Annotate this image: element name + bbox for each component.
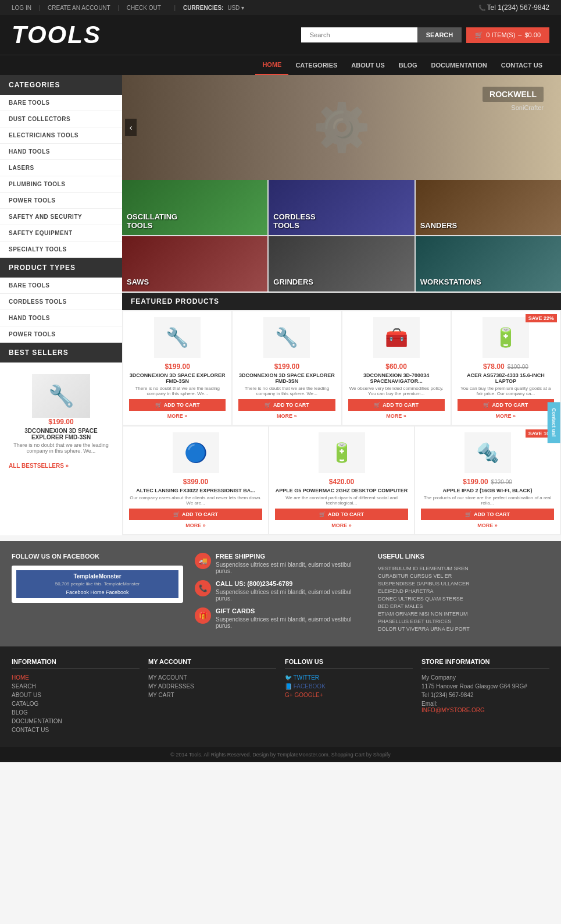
footer-follow-col: FOLLOW US 🐦 TWITTER 📘 FACEBOOK G+ GOOGLE…: [285, 658, 413, 735]
useful-link-9[interactable]: DOLOR UT VIVERRA URNA EU PORT: [378, 626, 549, 632]
call-desc: Suspendisse ultrices est mi blandit, eui…: [216, 589, 366, 602]
product-4-add-to-cart[interactable]: 🛒 ADD TO CART: [458, 399, 554, 411]
product-3-more[interactable]: MORE »: [386, 413, 406, 419]
product-card-3: 🧰 $60.00 3DCONNEXION 3D-700034 SPACENAVI…: [342, 311, 451, 425]
sidebar-item-safety-security[interactable]: SAFETY AND SECURITY: [0, 209, 122, 225]
useful-link-4[interactable]: ELEIFEND PHARETRA: [378, 588, 549, 594]
footer-info-blog[interactable]: BLOG: [12, 709, 140, 716]
cart-button[interactable]: 🛒 0 ITEM(S) – $0.00: [466, 27, 549, 43]
fb-btn[interactable]: Facebook Home Facebook: [19, 589, 176, 595]
nav-about[interactable]: ABOUT US: [344, 56, 391, 74]
footer-facebook-link[interactable]: 📘 FACEBOOK: [285, 683, 413, 690]
product-2-more[interactable]: MORE »: [277, 413, 297, 419]
product-6-desc: We are the constant participants of diff…: [275, 495, 408, 506]
footer-account-col: MY ACCOUNT MY ACCOUNT MY ADDRESSES MY CA…: [148, 658, 276, 735]
hero-prev-arrow[interactable]: ‹: [125, 119, 137, 136]
product-3-name: 3DCONNEXION 3D-700034 SPACENAVIGATOR...: [348, 372, 445, 384]
sidebar-pt-power[interactable]: POWER TOOLS: [0, 326, 122, 343]
footer-my-addresses[interactable]: MY ADDRESSES: [148, 683, 276, 690]
sidebar-item-safety-equipment[interactable]: SAFETY EQUIPMENT: [0, 225, 122, 241]
product-2-image: 🔧: [263, 317, 310, 358]
sidebar-item-bare-tools[interactable]: BARE TOOLS: [0, 95, 122, 111]
useful-link-5[interactable]: DONEC ULTRICES QUAM STERSE: [378, 596, 549, 602]
footer-twitter[interactable]: 🐦 TWITTER: [285, 674, 413, 681]
useful-link-1[interactable]: VESTIBULUM ID ELEMENTUM SREN: [378, 566, 549, 571]
useful-link-2[interactable]: CURABITUR CURSUS VEL ER: [378, 573, 549, 579]
product-1-add-to-cart[interactable]: 🛒 ADD TO CART: [129, 399, 226, 411]
bestseller-desc: There is no doubt that we are the leadin…: [9, 442, 113, 454]
sidebar-item-specialty-tools[interactable]: SPECIALTY TOOLS: [0, 241, 122, 258]
sidebar-item-lasers[interactable]: LASERS: [0, 160, 122, 176]
footer-info-home[interactable]: HOME: [12, 674, 140, 681]
search-input[interactable]: [301, 27, 417, 42]
footer-my-cart[interactable]: MY CART: [148, 692, 276, 698]
store-email[interactable]: info@mystore.org: [421, 707, 549, 713]
cat-sanders[interactable]: SANDERS: [416, 180, 561, 235]
sidebar-item-hand-tools[interactable]: HAND TOOLS: [0, 144, 122, 160]
header-right: SEARCH 🛒 0 ITEM(S) – $0.00: [301, 27, 549, 43]
product-5-image: 🔵: [173, 432, 219, 473]
login-link[interactable]: LOG IN: [12, 5, 31, 11]
footer-info-contact[interactable]: CONTACT US: [12, 727, 140, 733]
product-2-add-to-cart[interactable]: 🛒 ADD TO CART: [238, 399, 335, 411]
nav-categories[interactable]: CATEGORIES: [288, 56, 344, 74]
nav-documentation[interactable]: DOCUMENTATION: [424, 56, 494, 74]
product-3-add-to-cart[interactable]: 🛒 ADD TO CART: [348, 399, 445, 411]
product-6-more[interactable]: MORE »: [331, 523, 352, 528]
contact-tab[interactable]: Contact us!: [547, 402, 560, 443]
cart-items: 0 ITEM(S): [486, 31, 515, 38]
product-6-icon: 🔋: [330, 442, 353, 464]
footer-google[interactable]: G+ GOOGLE+: [285, 692, 413, 698]
product-1-price: $199.00: [129, 363, 226, 371]
useful-link-3[interactable]: SUSPENDISSE DAPIBUS ULLAMCER: [378, 581, 549, 587]
sidebar-pt-cordless[interactable]: CORDLESS TOOLS: [0, 294, 122, 310]
useful-link-7[interactable]: ETIAM ORNARE NISI NON INTERUM: [378, 611, 549, 617]
product-7-add-to-cart[interactable]: 🛒 ADD TO CART: [421, 509, 554, 520]
footer-info-catalog[interactable]: CATALOG: [12, 701, 140, 707]
footer-info-about[interactable]: ABOUT US: [12, 692, 140, 698]
nav-contact[interactable]: CONTACT US: [494, 56, 549, 74]
product-5-more[interactable]: MORE »: [185, 523, 206, 528]
nav-home[interactable]: HOME: [255, 55, 288, 75]
nav-blog[interactable]: BLOG: [392, 56, 424, 74]
footer-info-documentation[interactable]: DOCUMENTATION: [12, 718, 140, 724]
create-account-link[interactable]: CREATE AN ACCOUNT: [48, 5, 110, 11]
fb-placeholder: TemplateMonster 50,709 people like this.…: [16, 570, 178, 598]
footer-my-account[interactable]: MY ACCOUNT: [148, 674, 276, 681]
call-icon: 📞: [195, 580, 211, 596]
footer-shipping: 🚚 FREE SHIPPING Suspendisse ultrices est…: [195, 553, 366, 574]
cat-oscillating-tools[interactable]: OSCILLATINGTOOLS: [122, 180, 267, 235]
featured-heading: FEATURED PRODUCTS: [122, 293, 561, 310]
product-3-icon: 🧰: [385, 326, 408, 349]
sidebar-item-dust-collectors[interactable]: DUST COLLECTORS: [0, 111, 122, 127]
cat-cordless-tools[interactable]: CORDLESSTOOLS: [269, 180, 414, 235]
phone-number: Tel 1(234) 567-9842: [487, 3, 549, 12]
logo[interactable]: TOOLS: [12, 21, 101, 49]
all-bestsellers-link[interactable]: ALL BESTSELLERS »: [9, 463, 113, 469]
useful-link-8[interactable]: PHASELLUS EGET ULTRICES: [378, 619, 549, 624]
hero-bg: ⚙️ ROCKWELL SoniCrafter: [122, 75, 561, 180]
product-3-image: 🧰: [373, 317, 420, 358]
sidebar-item-electricians-tools[interactable]: ELECTRICIANS TOOLS: [0, 127, 122, 144]
checkout-link[interactable]: CHECK OUT: [127, 5, 161, 11]
currencies-value[interactable]: USD: [227, 5, 240, 11]
product-6-add-to-cart[interactable]: 🛒 ADD TO CART: [275, 509, 408, 520]
footer-info-search[interactable]: SEARCH: [12, 683, 140, 690]
product-4-more[interactable]: MORE »: [496, 413, 516, 419]
product-7-more[interactable]: MORE »: [477, 523, 498, 528]
tool-icon: 🔧: [48, 384, 74, 408]
useful-link-6[interactable]: BED ERAT MALES: [378, 603, 549, 609]
product-1-more[interactable]: MORE »: [167, 413, 188, 419]
sidebar-item-plumbing-tools[interactable]: PLUMBING TOOLS: [0, 176, 122, 193]
sidebar-pt-bare[interactable]: BARE TOOLS: [0, 278, 122, 294]
product-card-7: SAVE 10% 🔩 $199.00 $220.00 APPLE IPAD 2 …: [415, 426, 560, 535]
product-5-icon: 🔵: [184, 442, 208, 464]
search-button[interactable]: SEARCH: [417, 27, 462, 42]
sidebar-pt-hand[interactable]: HAND TOOLS: [0, 310, 122, 326]
sidebar-item-power-tools[interactable]: POWER TOOLS: [0, 193, 122, 209]
product-5-add-to-cart[interactable]: 🛒 ADD TO CART: [129, 509, 262, 520]
cat-grinders[interactable]: GRINDERS: [269, 236, 414, 292]
cat-workstations[interactable]: WORKSTATIONS: [416, 236, 561, 292]
cat-saws[interactable]: SAWS: [122, 236, 267, 292]
chevron-down-icon: ▾: [241, 5, 244, 11]
